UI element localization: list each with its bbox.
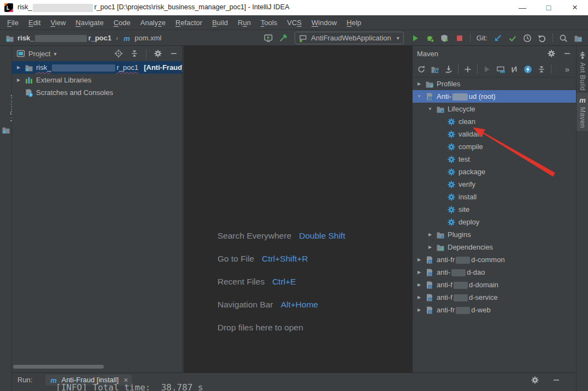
menu-vcs[interactable]: VCS [282,17,307,28]
maven-item-profiles[interactable]: ▶Profiles [413,78,576,90]
hide-button[interactable] [169,49,178,58]
run-maven-build-button[interactable] [483,65,491,74]
select-opened-file-button[interactable] [114,49,123,58]
maximize-button[interactable]: □ [536,0,562,15]
menu-navigate[interactable]: Navigate [70,17,108,28]
download-sources-button[interactable] [444,65,453,74]
chevron-collapsed-icon[interactable]: ▶ [15,65,22,70]
maven-goal-compile[interactable]: compile [413,140,576,153]
chevron-expanded-icon[interactable]: ▼ [427,106,433,111]
chevron-collapsed-icon[interactable]: ▶ [416,270,422,275]
maven-panel-header: Maven [413,46,576,61]
svg-text:m: m [428,309,433,315]
maven-goal-site[interactable]: site [413,203,576,216]
settings-button[interactable] [154,49,162,58]
chevron-collapsed-icon[interactable]: ▶ [416,282,422,287]
reload-all-maven-projects-button[interactable] [417,65,426,74]
window-controls: — □ × [509,0,588,15]
more-actions-button[interactable]: » [563,65,572,74]
search-everywhere-button[interactable] [559,34,568,43]
project-item-scratches[interactable]: Scratches and Consoles [12,86,183,99]
maven-goal-install[interactable]: install [413,191,576,203]
maven-item-plugins[interactable]: ▶Plugins [413,228,576,241]
chevron-down-icon[interactable]: ▾ [54,51,56,57]
chevron-expanded-icon[interactable]: ▼ [416,94,422,99]
menu-run[interactable]: Run [233,17,256,28]
menu-help[interactable]: Help [342,17,366,28]
menu-code[interactable]: Code [109,17,136,28]
add-maven-project-button[interactable] [463,65,472,74]
chevron-collapsed-icon[interactable]: ▶ [416,295,422,300]
menu-analyze[interactable]: Analyze [136,17,170,28]
hide-button[interactable] [563,49,572,58]
maven-goal-clean[interactable]: clean [413,115,576,128]
tool-window-button-ant-build[interactable]: Ant Build [577,48,588,94]
history-button[interactable] [523,34,532,43]
project-tab-icon[interactable] [2,126,10,134]
debug-button[interactable] [426,34,434,43]
menu-refactor[interactable]: Refactor [170,17,207,28]
menu-window[interactable]: Window [307,17,342,28]
maven-module-anti-fraud-domain[interactable]: ▶manti-fd-domain [413,279,576,291]
hide-tool-windows-button[interactable] [574,34,583,43]
run-button[interactable] [411,34,420,43]
maven-module-anti-fraud-dao[interactable]: ▶manti-d-dao [413,266,576,279]
maven-goal-deploy[interactable]: deploy [413,216,576,228]
redacted-blur [35,35,87,42]
execute-maven-goal-button[interactable] [524,65,532,74]
breadcrumb-project[interactable]: risk_r_poc1 [17,34,111,42]
chevron-collapsed-icon[interactable]: ▶ [416,307,422,312]
chevron-collapsed-icon[interactable]: ▶ [416,81,422,86]
menu-file[interactable]: File [2,17,23,28]
menu-build[interactable]: Build [207,17,233,28]
maven-item-lifecycle[interactable]: ▼Lifecycle [413,103,576,115]
rollback-button[interactable] [538,34,546,43]
chevron-collapsed-icon[interactable]: ▶ [427,245,433,250]
maven-goal-package[interactable]: package [413,165,576,178]
horizontal-scrollbar[interactable] [13,365,104,369]
maven-item-dependencies[interactable]: ▶Dependencies [413,241,576,253]
project-item-external-libraries[interactable]: ▶External Libraries [12,74,183,86]
maven-settings-button[interactable]: m [496,65,505,74]
maven-goal-validate[interactable]: validate [413,128,576,140]
run-configuration-select[interactable]: AntiFraudWebApplication▾ [295,32,403,44]
hint-label: Go to File [217,254,254,264]
menu-tools[interactable]: Tools [256,17,282,28]
commit-button[interactable] [508,34,517,43]
run-settings-button[interactable] [531,376,539,384]
collapse-all-button[interactable] [130,49,139,58]
hide-run-button[interactable] [552,376,561,384]
tree-label: anti-frd-common [437,256,505,264]
run-tool-window: Run: m Anti-Fraud [install] × [INFO] Tot… [12,372,576,391]
maven-module-anti-fraud-service[interactable]: ▶manti-fd-service [413,291,576,304]
open-preview-button[interactable] [264,34,273,43]
maven-settings-gear-button[interactable] [547,49,556,58]
generate-sources-button[interactable] [431,65,439,74]
toggle-skip-tests-button[interactable] [510,65,519,74]
stop-button[interactable] [455,34,464,43]
tool-window-button-maven[interactable]: m Maven [577,93,588,131]
update-project-button[interactable] [493,34,502,43]
maven-goal-test[interactable]: test [413,153,576,165]
maven-goal-verify[interactable]: verify [413,178,576,191]
collapse-all-button[interactable] [537,65,546,74]
close-button[interactable]: × [562,0,588,15]
run-with-coverage-button[interactable] [440,34,449,43]
tree-label: Dependencies [448,243,493,251]
menu-view[interactable]: View [45,17,70,28]
chevron-collapsed-icon[interactable]: ▶ [427,232,433,237]
maven-m-icon: m [578,96,587,104]
minimize-button[interactable]: — [509,0,536,15]
maven-module-anti-fraud-common[interactable]: ▶manti-frd-common [413,253,576,266]
project-panel-title[interactable]: Project [28,50,50,58]
project-item-root[interactable]: ▶risk_r_poc1[Anti-Fraud] [12,61,183,74]
maven-item-root[interactable]: ▼mAnti-ud (root) [413,90,576,103]
libraries-icon [25,76,33,85]
redacted-blur [451,269,466,276]
chevron-collapsed-icon[interactable]: ▶ [15,78,22,82]
build-project-button[interactable] [279,34,287,43]
menu-edit[interactable]: Edit [23,17,45,28]
maven-module-anti-fraud-web[interactable]: ▶manti-frd-web [413,304,576,316]
breadcrumb-file-pom-xml[interactable]: pom.xml [134,34,161,42]
chevron-collapsed-icon[interactable]: ▶ [416,257,422,262]
